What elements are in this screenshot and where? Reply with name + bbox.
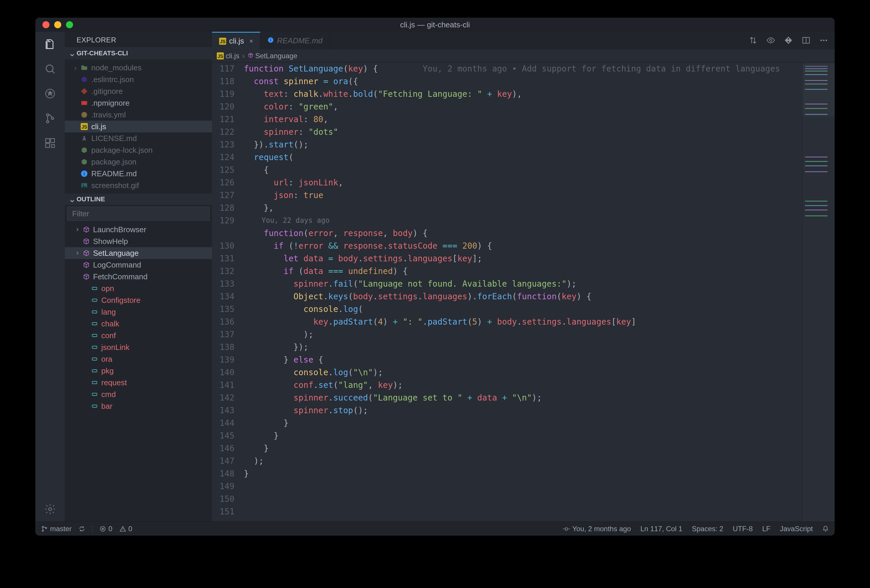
more-icon[interactable] [819,36,828,46]
code-line[interactable]: }).start(); [244,138,802,151]
file-row[interactable]: package-lock.json [65,144,212,156]
explorer-icon[interactable] [43,37,57,51]
outline-item[interactable]: Configstore [65,294,212,306]
outline-item[interactable]: LogCommand [65,259,212,271]
code-line[interactable]: ); [244,455,802,467]
file-row[interactable]: README.md [65,168,212,180]
extensions-icon[interactable] [43,136,57,150]
file-row[interactable]: .npmignore [65,97,212,109]
code-line[interactable]: spinner: "dots" [244,126,802,138]
code-line[interactable]: } [244,442,802,455]
eol-status[interactable]: LF [762,525,770,533]
source-control-icon[interactable] [43,111,57,125]
code-line[interactable]: spinner.fail("Language not found. Availa… [244,278,802,290]
code-line[interactable]: text: chalk.white.bold("Fetching Languag… [244,88,802,100]
zoom-window-button[interactable] [66,21,73,28]
code-line[interactable]: json: true [244,189,802,202]
blame-status[interactable]: -o- You, 2 months ago [563,525,631,533]
breadcrumb-file[interactable]: cli.js [226,52,240,60]
debug-icon[interactable] [43,86,57,101]
project-header[interactable]: GIT-CHEATS-CLI [65,47,212,59]
outline-item[interactable]: ora [65,353,212,365]
code-line[interactable]: }); [244,341,802,353]
code-view[interactable]: function SetLanguage(key) { You, 2 month… [241,62,802,521]
git-branch-status[interactable]: master [41,525,72,533]
code-line[interactable]: color: "green", [244,100,802,113]
code-line[interactable]: if (data === undefined) { [244,265,802,278]
code-line[interactable]: let data = body.settings.languages[key]; [244,252,802,265]
outline-label: cmd [101,390,116,399]
search-icon[interactable] [43,62,57,76]
close-window-button[interactable] [42,21,49,28]
language-mode-status[interactable]: JavaScript [780,525,813,533]
code-line[interactable]: conf.set("lang", key); [244,379,802,391]
code-line[interactable]: interval: 80, [244,113,802,126]
code-line[interactable]: } [244,417,802,429]
encoding-status[interactable]: UTF-8 [733,525,753,533]
outline-item[interactable]: SetLanguage [65,247,212,259]
code-line[interactable]: Object.keys(body.settings.languages).for… [244,290,802,303]
outline-item[interactable]: conf [65,330,212,342]
git-icon[interactable] [784,36,793,46]
code-line[interactable]: } [244,429,802,442]
close-tab-icon[interactable]: × [249,37,253,45]
outline-filter[interactable] [67,206,210,221]
filter-input[interactable] [72,209,205,218]
outline-item[interactable]: bar [65,400,212,412]
file-row[interactable]: JScli.js [65,121,212,132]
errors-status[interactable]: 0 [100,525,112,533]
settings-gear-icon[interactable] [43,502,57,516]
file-row[interactable]: LICENSE.md [65,132,212,144]
code-line[interactable]: function SetLanguage(key) { You, 2 month… [244,62,802,75]
editor-tab[interactable]: JScli.js× [212,32,260,49]
code-line[interactable]: } else { [244,353,802,366]
file-row[interactable]: .gitignore [65,85,212,97]
notifications-icon[interactable] [822,526,829,532]
code-line[interactable]: key.padStart(4) + ": ".padStart(5) + bod… [244,315,802,328]
outline-item[interactable]: LaunchBrowser [65,224,212,235]
editor-body[interactable]: 117118119120121122123124125126127128129 … [212,62,835,521]
outline-item[interactable]: opn [65,282,212,294]
file-row[interactable]: node_modules [65,62,212,74]
minimap[interactable] [802,62,835,521]
sync-status[interactable] [79,526,85,532]
outline-item[interactable]: pkg [65,365,212,377]
code-line[interactable]: url: jsonLink, [244,176,802,189]
nodejson-icon [80,146,88,154]
code-line[interactable]: function(error, response, body) { [244,227,802,239]
breadcrumb-symbol[interactable]: SetLanguage [255,52,298,60]
code-line[interactable]: } [244,467,802,480]
editor-tab[interactable]: README.md [260,32,330,49]
outline-item[interactable]: cmd [65,389,212,400]
code-line[interactable]: const spinner = ora({ [244,75,802,88]
compare-icon[interactable] [749,36,757,46]
indentation-status[interactable]: Spaces: 2 [692,525,723,533]
outline-item[interactable]: request [65,377,212,389]
code-lens[interactable]: You, 22 days ago [244,214,802,227]
outline-item[interactable]: chalk [65,318,212,330]
code-line[interactable]: console.log( [244,303,802,315]
outline-item[interactable]: FetchCommand [65,271,212,282]
code-line[interactable]: ); [244,328,802,341]
code-line[interactable]: }, [244,202,802,214]
split-editor-icon[interactable] [801,36,810,46]
code-line[interactable]: request( [244,151,802,163]
code-line[interactable]: spinner.stop(); [244,404,802,417]
outline-item[interactable]: lang [65,306,212,318]
preview-icon[interactable] [766,36,775,46]
cursor-position-status[interactable]: Ln 117, Col 1 [640,525,682,533]
outline-header[interactable]: OUTLINE [65,194,212,205]
breadcrumbs[interactable]: JS cli.js › SetLanguage [212,49,835,62]
file-row[interactable]: .eslintrc.json [65,74,212,85]
warnings-status[interactable]: 0 [119,525,132,533]
file-row[interactable]: screenshot.gif [65,180,212,191]
code-line[interactable]: { [244,163,802,176]
code-line[interactable]: if (!error && response.statusCode === 20… [244,239,802,252]
file-row[interactable]: .travis.yml [65,109,212,121]
outline-item[interactable]: ShowHelp [65,235,212,247]
file-row[interactable]: package.json [65,156,212,168]
code-line[interactable]: spinner.succeed("Language set to " + dat… [244,391,802,404]
minimize-window-button[interactable] [54,21,61,28]
code-line[interactable]: console.log("\n"); [244,366,802,379]
outline-item[interactable]: jsonLink [65,342,212,353]
